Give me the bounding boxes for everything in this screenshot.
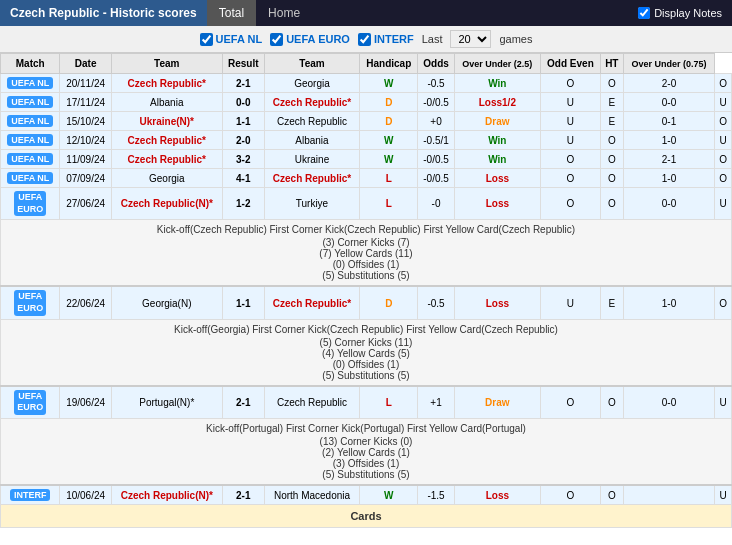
outcome-cell: W (360, 485, 418, 505)
result-cell: 2-1 (222, 74, 264, 93)
table-row: UEFA NL 20/11/24 Czech Republic* 2-1 Geo… (1, 74, 732, 93)
filter-uefa-euro[interactable]: UEFA EURO (270, 33, 350, 46)
over-under2-cell: U (715, 131, 732, 150)
outcome-cell: W (360, 150, 418, 169)
col-match: Match (1, 54, 60, 74)
result-cell: 1-2 (222, 188, 264, 220)
tab-home[interactable]: Home (256, 0, 312, 26)
col-over-under-25: Over Under (2.5) (454, 54, 540, 74)
team2-cell: Albania (264, 131, 359, 150)
table-header-row: Match Date Team Result Team Handicap Odd… (1, 54, 732, 74)
handicap-cell: -0.5 (418, 74, 454, 93)
detail-stat-line: (5) Substitutions (5) (6, 270, 726, 281)
outcome-cell: D (360, 112, 418, 131)
cards-summary-row: Cards (1, 505, 732, 528)
ht-cell: 0-0 (623, 188, 715, 220)
detail-cell: Kick-off(Portugal) First Corner Kick(Por… (1, 419, 732, 486)
team1-cell: Czech Republic* (111, 74, 222, 93)
team1-name: Czech Republic(N)* (121, 198, 213, 209)
result-cell: 4-1 (222, 169, 264, 188)
odd-even-cell: O (600, 169, 623, 188)
result-cell: 2-1 (222, 386, 264, 419)
last-select[interactable]: 201030 (450, 30, 491, 48)
outcome-cell: D (360, 286, 418, 319)
handicap-cell: -0/0.5 (418, 93, 454, 112)
handicap-cell: -0.5/1 (418, 131, 454, 150)
team1-cell: Czech Republic(N)* (111, 485, 222, 505)
odds-cell: Draw (454, 386, 540, 419)
odd-even-cell: O (600, 131, 623, 150)
badge: UEFAEURO (14, 390, 46, 415)
filter-bar: UEFA NL UEFA EURO INTERF Last 201030 gam… (0, 26, 732, 53)
over-under2-cell: O (715, 112, 732, 131)
odds-cell: Win (454, 150, 540, 169)
detail-stat-line: (4) Yellow Cards (5) (6, 348, 726, 359)
ht-cell: 1-0 (623, 131, 715, 150)
match-date: 20/11/24 (60, 74, 111, 93)
col-handicap: Handicap (360, 54, 418, 74)
table-row: UEFA NL 11/09/24 Czech Republic* 3-2 Ukr… (1, 150, 732, 169)
ht-cell: 2-0 (623, 74, 715, 93)
tab-total[interactable]: Total (207, 0, 256, 26)
col-odd-even: Odd Even (540, 54, 600, 74)
display-notes-label: Display Notes (654, 7, 722, 19)
match-badge: UEFA NL (1, 112, 60, 131)
table-row: UEFAEURO 27/06/24 Czech Republic(N)* 1-2… (1, 188, 732, 220)
col-team2: Team (264, 54, 359, 74)
display-notes-checkbox[interactable] (638, 7, 650, 19)
over-under-cell: O (540, 485, 600, 505)
badge: UEFA NL (7, 172, 53, 184)
odds-cell: Win (454, 131, 540, 150)
detail-stat-line: (0) Offsides (1) (6, 359, 726, 370)
outcome-cell: L (360, 169, 418, 188)
col-team1: Team (111, 54, 222, 74)
ht-cell: 2-1 (623, 150, 715, 169)
team2-name: Czech Republic* (273, 298, 351, 309)
odd-even-cell: O (600, 485, 623, 505)
over-under2-cell: U (715, 93, 732, 112)
detail-stat-line: (3) Corner Kicks (7) (6, 237, 726, 248)
odd-even-cell: O (600, 188, 623, 220)
odd-even-cell: O (600, 74, 623, 93)
detail-row: Kick-off(Czech Republic) First Corner Ki… (1, 220, 732, 287)
team2-cell: Czech Republic (264, 112, 359, 131)
team2-cell: Czech Republic (264, 386, 359, 419)
badge: UEFA NL (7, 115, 53, 127)
detail-stat-line: (5) Substitutions (5) (6, 370, 726, 381)
match-badge: UEFA NL (1, 131, 60, 150)
outcome-cell: D (360, 93, 418, 112)
handicap-cell: +0 (418, 112, 454, 131)
detail-stat-line: (2) Yellow Cards (1) (6, 447, 726, 458)
filter-uefa-nl[interactable]: UEFA NL (200, 33, 263, 46)
table-row: INTERF 10/06/24 Czech Republic(N)* 2-1 N… (1, 485, 732, 505)
team1-cell: Czech Republic* (111, 150, 222, 169)
odds-cell: Loss1/2 (454, 93, 540, 112)
detail-row: Kick-off(Portugal) First Corner Kick(Por… (1, 419, 732, 486)
team1-cell: Czech Republic* (111, 131, 222, 150)
odd-even-cell: E (600, 112, 623, 131)
team2-cell: Czech Republic* (264, 286, 359, 319)
over-under-cell: O (540, 386, 600, 419)
over-under2-cell: U (715, 188, 732, 220)
outcome-cell: W (360, 74, 418, 93)
match-badge: UEFA NL (1, 169, 60, 188)
table-row: UEFA NL 15/10/24 Ukraine(N)* 1-1 Czech R… (1, 112, 732, 131)
team1-name: Czech Republic(N)* (121, 490, 213, 501)
team2-cell: Czech Republic* (264, 93, 359, 112)
result-cell: 3-2 (222, 150, 264, 169)
odds-cell: Draw (454, 112, 540, 131)
team2-name: Czech Republic (277, 116, 347, 127)
odds-cell: Loss (454, 286, 540, 319)
filter-interf[interactable]: INTERF (358, 33, 414, 46)
match-badge: UEFA NL (1, 150, 60, 169)
over-under-cell: U (540, 93, 600, 112)
team1-name: Czech Republic* (128, 78, 206, 89)
badge: UEFAEURO (14, 191, 46, 216)
match-badge: INTERF (1, 485, 60, 505)
badge: UEFA NL (7, 77, 53, 89)
team1-cell: Czech Republic(N)* (111, 188, 222, 220)
team1-name: Georgia(N) (142, 298, 191, 309)
team2-cell: Czech Republic* (264, 169, 359, 188)
handicap-cell: -0/0.5 (418, 150, 454, 169)
odds-cell: Loss (454, 188, 540, 220)
